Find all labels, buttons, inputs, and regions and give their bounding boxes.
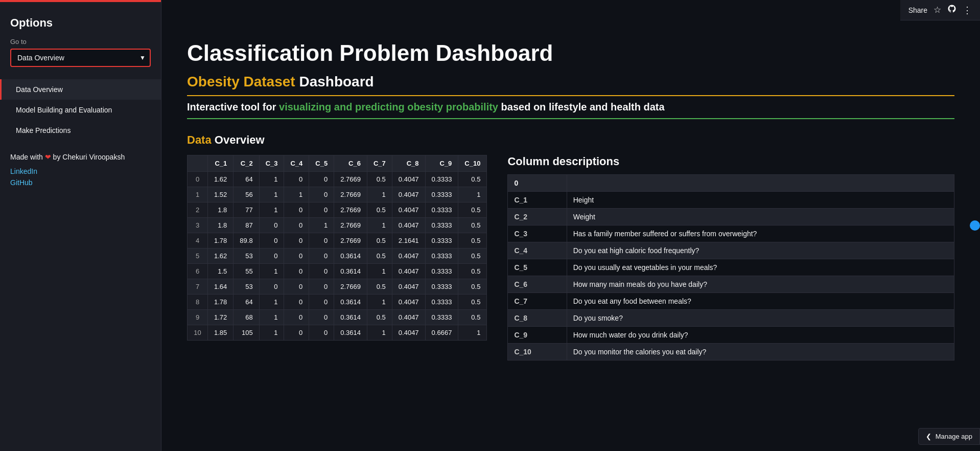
- table-cell-C_8: 0.4047: [392, 264, 425, 279]
- table-header-C_8: C_8: [392, 155, 425, 172]
- table-cell-C_9: 0.3333: [425, 218, 458, 233]
- data-overview-layout: C_1C_2C_3C_4C_5C_6C_7C_8C_9C_10 01.62641…: [187, 155, 954, 360]
- sidebar-options-label: Options: [10, 16, 151, 30]
- table-cell-C_1: 1.64: [208, 279, 234, 295]
- table-cell-C_8: 0.4047: [392, 172, 425, 187]
- table-row-index: 6: [188, 264, 208, 279]
- github-link[interactable]: GitHub: [10, 178, 151, 187]
- table-row-index: 9: [188, 310, 208, 325]
- table-cell-C_2: 53: [234, 249, 259, 264]
- share-label[interactable]: Share: [908, 6, 927, 14]
- table-header-C_5: C_5: [309, 155, 334, 172]
- table-cell-C_9: 0.3333: [425, 310, 458, 325]
- table-cell-C_2: 55: [234, 264, 259, 279]
- table-cell-C_3: 1: [259, 295, 284, 310]
- dataset-title: Obesity Dataset Dashboard: [187, 74, 954, 90]
- dataset-title-rest: Dashboard: [295, 74, 374, 89]
- table-row: 101.851051000.361410.40470.66671: [188, 325, 487, 341]
- table-cell-C_6: 2.7669: [334, 218, 367, 233]
- table-cell-C_6: 0.3614: [334, 249, 367, 264]
- col-desc-col-name: C_8: [508, 310, 567, 327]
- manage-app-button[interactable]: ❮ Manage app: [918, 428, 980, 445]
- table-cell-C_5: 0: [309, 202, 334, 218]
- table-cell-C_9: 0.3333: [425, 249, 458, 264]
- table-cell-C_3: 1: [259, 202, 284, 218]
- section-title: Data Overview: [187, 133, 954, 147]
- table-cell-C_2: 87: [234, 218, 259, 233]
- col-desc-row: C_2Weight: [508, 209, 954, 226]
- table-cell-C_4: 0: [284, 264, 309, 279]
- table-cell-C_3: 0: [259, 233, 284, 249]
- more-icon[interactable]: ⋮: [963, 5, 972, 16]
- table-cell-C_6: 2.7669: [334, 233, 367, 249]
- col-desc-col-name: C_9: [508, 327, 567, 344]
- table-cell-C_8: 0.4047: [392, 249, 425, 264]
- sidebar-made-with: Made with ❤ by Chekuri Viroopaksh: [0, 141, 161, 165]
- table-cell-C_3: 0: [259, 279, 284, 295]
- table-cell-C_2: 53: [234, 279, 259, 295]
- star-icon[interactable]: ☆: [934, 5, 941, 15]
- linkedin-link[interactable]: LinkedIn: [10, 167, 151, 175]
- sidebar-item-make-predictions[interactable]: Make Predictions: [0, 120, 161, 141]
- table-cell-C_5: 0: [309, 310, 334, 325]
- col-desc-row: C_10Do you monitor the calories you eat …: [508, 344, 954, 360]
- table-cell-C_6: 0.3614: [334, 310, 367, 325]
- section-title-rest: Overview: [212, 133, 265, 146]
- github-icon[interactable]: [947, 4, 956, 16]
- table-header-C_2: C_2: [234, 155, 259, 172]
- table-row: 41.7889.80002.76690.52.16410.33330.5: [188, 233, 487, 249]
- table-row: 51.62530000.36140.50.40470.33330.5: [188, 249, 487, 264]
- table-cell-C_7: 1: [367, 264, 392, 279]
- page-title: Classification Problem Dashboard: [187, 41, 954, 65]
- col-desc-description: Do you smoke?: [567, 310, 954, 327]
- sidebar-goto-select[interactable]: Data Overview Model Building and Evaluat…: [10, 49, 151, 67]
- section-title-highlight: Data: [187, 133, 212, 146]
- sidebar-item-data-overview[interactable]: Data Overview: [0, 79, 161, 100]
- table-cell-C_9: 0.3333: [425, 264, 458, 279]
- table-row-index: 1: [188, 187, 208, 202]
- col-desc-col-name: C_3: [508, 226, 567, 242]
- table-cell-C_4: 0: [284, 172, 309, 187]
- table-cell-C_2: 77: [234, 202, 259, 218]
- manage-app-chevron: ❮: [926, 433, 931, 440]
- table-cell-C_6: 2.7669: [334, 187, 367, 202]
- table-header-row: C_1C_2C_3C_4C_5C_6C_7C_8C_9C_10: [188, 155, 487, 172]
- table-cell-C_8: 0.4047: [392, 218, 425, 233]
- col-desc-header-empty: [567, 175, 954, 192]
- table-cell-C_10: 0.5: [458, 279, 487, 295]
- table-cell-C_6: 2.7669: [334, 202, 367, 218]
- col-desc-col-name: C_6: [508, 276, 567, 293]
- col-desc-description: Do you eat high caloric food frequently?: [567, 242, 954, 259]
- table-cell-C_1: 1.8: [208, 218, 234, 233]
- col-desc-description: Weight: [567, 209, 954, 226]
- table-row: 21.8771002.76690.50.40470.33330.5: [188, 202, 487, 218]
- col-desc-col-name: C_10: [508, 344, 567, 360]
- sidebar-item-model-building[interactable]: Model Building and Evaluation: [0, 100, 161, 120]
- table-cell-C_10: 0.5: [458, 202, 487, 218]
- table-cell-C_9: 0.3333: [425, 233, 458, 249]
- table-cell-C_8: 0.4047: [392, 310, 425, 325]
- table-cell-C_1: 1.52: [208, 187, 234, 202]
- table-cell-C_4: 0: [284, 202, 309, 218]
- col-desc-description: Height: [567, 192, 954, 209]
- col-desc-row: C_8Do you smoke?: [508, 310, 954, 327]
- sidebar-nav: Data Overview Model Building and Evaluat…: [0, 79, 161, 141]
- data-table: C_1C_2C_3C_4C_5C_6C_7C_8C_9C_10 01.62641…: [187, 155, 487, 341]
- table-cell-C_4: 0: [284, 249, 309, 264]
- table-cell-C_1: 1.72: [208, 310, 234, 325]
- subtitle-prefix: Interactive tool for: [187, 101, 279, 112]
- col-desc-row: C_7Do you eat any food between meals?: [508, 293, 954, 310]
- table-cell-C_5: 1: [309, 218, 334, 233]
- table-header-C_10: C_10: [458, 155, 487, 172]
- subtitle-highlight: visualizing and predicting obesity proba…: [279, 101, 498, 112]
- sidebar-select-wrapper: Data Overview Model Building and Evaluat…: [10, 49, 151, 67]
- table-cell-C_7: 1: [367, 295, 392, 310]
- table-cell-C_6: 0.3614: [334, 295, 367, 310]
- table-row: 91.72681000.36140.50.40470.33330.5: [188, 310, 487, 325]
- table-cell-C_3: 1: [259, 172, 284, 187]
- table-cell-C_3: 1: [259, 187, 284, 202]
- col-desc-description: How many main meals do you have daily?: [567, 276, 954, 293]
- topbar: Share ☆ ⋮: [900, 0, 980, 20]
- table-cell-C_9: 0.3333: [425, 295, 458, 310]
- table-row-index: 7: [188, 279, 208, 295]
